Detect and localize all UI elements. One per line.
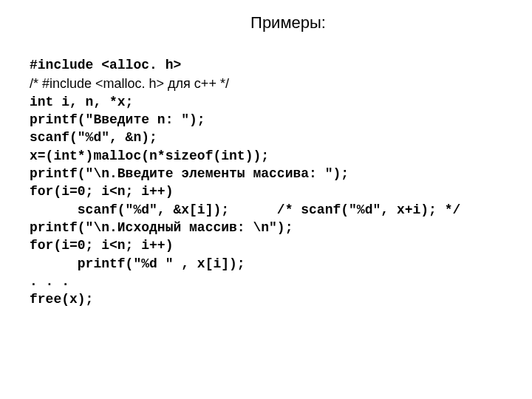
- code-line: printf("%d " , x[i]);: [30, 256, 245, 271]
- code-comment-line: /* #include <malloc. h> для c++ */: [30, 76, 229, 91]
- code-line: #include <alloc. h>: [30, 58, 181, 72]
- code-line: scanf("%d", &x[i]); /* scanf("%d", x+i);…: [30, 202, 460, 217]
- code-line: int i, n, *x;: [30, 95, 133, 109]
- code-example: #include <alloc. h> /* #include <malloc.…: [30, 38, 502, 308]
- code-line: printf("\n.Исходный массив: \n");: [30, 220, 293, 235]
- code-line: for(i=0; i<n; i++): [30, 184, 173, 199]
- code-line: scanf("%d", &n);: [30, 130, 157, 145]
- code-line: x=(int*)malloc(n*sizeof(int));: [30, 149, 269, 163]
- code-line: . . .: [30, 274, 69, 289]
- code-line: printf("Введите n: ");: [30, 112, 205, 127]
- code-line: for(i=0; i<n; i++): [30, 238, 173, 253]
- slide-title: Примеры:: [74, 13, 502, 33]
- code-line: printf("\n.Введите элементы массива: ");: [30, 166, 349, 181]
- code-line: free(x);: [30, 292, 93, 307]
